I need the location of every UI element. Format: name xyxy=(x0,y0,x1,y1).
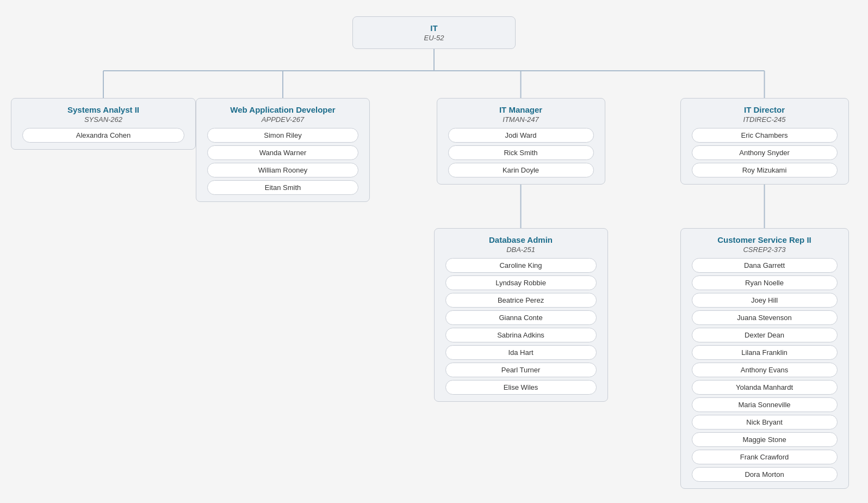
itdirector-code: ITDIREC-245 xyxy=(692,115,838,124)
sysanalyst-title: Systems Analyst II xyxy=(22,105,184,114)
list-item: Juana Stevenson xyxy=(692,310,838,325)
csrep-node: Customer Service Rep II CSREP2-373 Dana … xyxy=(680,228,849,489)
root-node: IT EU-52 xyxy=(352,16,516,49)
list-item: Nick Bryant xyxy=(692,415,838,430)
list-item: Yolanda Manhardt xyxy=(692,380,838,395)
list-item: Maggie Stone xyxy=(692,432,838,447)
list-item: Elise Wiles xyxy=(445,380,597,395)
list-item: Beatrice Perez xyxy=(445,293,597,308)
dba-code: DBA-251 xyxy=(445,246,597,254)
list-item: Caroline King xyxy=(445,258,597,273)
csrep-title: Customer Service Rep II xyxy=(692,235,838,244)
dba-node: Database Admin DBA-251 Caroline King Lyn… xyxy=(434,228,608,402)
itdirector-title: IT Director xyxy=(692,105,838,114)
list-item: Pearl Turner xyxy=(445,363,597,377)
list-item: Lyndsay Robbie xyxy=(445,275,597,290)
list-item: Karin Doyle xyxy=(448,163,594,177)
list-item: Eitan Smith xyxy=(207,180,358,195)
sysanalyst-node: Systems Analyst II SYSAN-262 Alexandra C… xyxy=(11,98,196,150)
itmanager-title: IT Manager xyxy=(448,105,594,114)
list-item: Roy Mizukami xyxy=(692,163,838,177)
list-item: Alexandra Cohen xyxy=(22,128,184,143)
list-item: Jodi Ward xyxy=(448,128,594,143)
list-item: Dexter Dean xyxy=(692,328,838,342)
itdirector-node: IT Director ITDIREC-245 Eric Chambers An… xyxy=(680,98,849,185)
list-item: Eric Chambers xyxy=(692,128,838,143)
list-item: Frank Crawford xyxy=(692,450,838,464)
list-item: Wanda Warner xyxy=(207,145,358,160)
webapp-code: APPDEV-267 xyxy=(207,115,358,124)
dba-title: Database Admin xyxy=(445,235,597,244)
sysanalyst-code: SYSAN-262 xyxy=(22,115,184,124)
list-item: Rick Smith xyxy=(448,145,594,160)
list-item: Simon Riley xyxy=(207,128,358,143)
itmanager-code: ITMAN-247 xyxy=(448,115,594,124)
list-item: Anthony Evans xyxy=(692,363,838,377)
list-item: Maria Sonneville xyxy=(692,397,838,412)
list-item: William Rooney xyxy=(207,163,358,177)
csrep-code: CSREP2-373 xyxy=(692,246,838,254)
list-item: Dana Garrett xyxy=(692,258,838,273)
list-item: Lilana Franklin xyxy=(692,345,838,360)
list-item: Gianna Conte xyxy=(445,310,597,325)
webapp-node: Web Application Developer APPDEV-267 Sim… xyxy=(196,98,370,202)
root-title: IT xyxy=(364,23,504,33)
list-item: Sabrina Adkins xyxy=(445,328,597,342)
webapp-title: Web Application Developer xyxy=(207,105,358,114)
list-item: Ryan Noelle xyxy=(692,275,838,290)
root-code: EU-52 xyxy=(364,34,504,42)
itmanager-node: IT Manager ITMAN-247 Jodi Ward Rick Smit… xyxy=(437,98,605,185)
list-item: Anthony Snyder xyxy=(692,145,838,160)
list-item: Dora Morton xyxy=(692,467,838,482)
list-item: Ida Hart xyxy=(445,345,597,360)
list-item: Joey Hill xyxy=(692,293,838,308)
